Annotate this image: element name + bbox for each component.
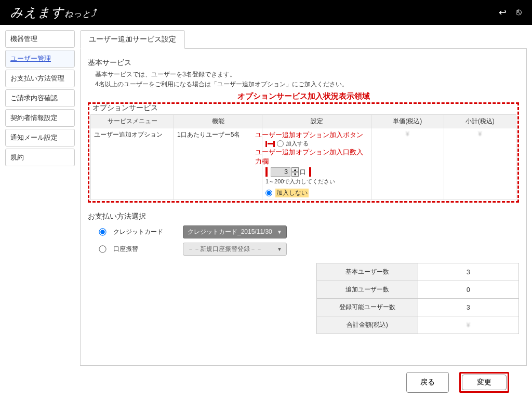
cell-function: 1口あたりユーザー5名 (174, 128, 262, 200)
summary-label-0: 基本ユーザー数 (317, 263, 418, 281)
option-service-area: オプションサービス サービスメニュー 機能 設定 単価(税込) 小計(税込) ユ… (88, 102, 519, 203)
tab-user-add-service[interactable]: ユーザー追加サービス設定 (80, 30, 185, 49)
summary-value-1: 0 (418, 281, 519, 299)
summary-label-3: 合計金額(税込) (317, 316, 418, 334)
summary-label-2: 登録可能ユーザー数 (317, 299, 418, 316)
summary-value-3: ¥ (418, 316, 519, 334)
summary-table: 基本ユーザー数3 追加ユーザー数0 登録可能ユーザー数3 合計金額(税込)¥ (316, 263, 519, 334)
subtotal: ¥ (478, 130, 482, 138)
radio-not-join[interactable] (265, 190, 272, 196)
logout-icon[interactable]: ⎋ (516, 7, 522, 18)
summary-value-0: 3 (418, 263, 519, 281)
payment-title: お支払い方法選択 (88, 212, 519, 221)
label-join: 加入する (286, 140, 309, 148)
annotation-area-label: オプションサービス加入状況表示領域 (88, 91, 519, 101)
qty-input[interactable] (271, 167, 290, 177)
cell-service-name: ユーザー追加オプション (91, 128, 174, 200)
sidebar-item-mail[interactable]: 通知メール設定 (5, 129, 75, 147)
basic-service-title: 基本サービス (88, 58, 519, 68)
label-not-join: 加入しない (275, 189, 309, 197)
summary-label-1: 追加ユーザー数 (317, 281, 418, 299)
basic-service-desc2: 4名以上のユーザーをご利用になる場合は「ユーザー追加オプション」にご加入ください… (88, 79, 519, 89)
reply-icon[interactable]: ↩ (499, 7, 507, 18)
basic-service-desc1: 基本サービスでは、ユーザーを3名登録できます。 (88, 70, 519, 79)
col-subtotal: 小計(税込) (444, 115, 516, 128)
submit-highlight: 変更 (459, 372, 509, 393)
sidebar-item-contract[interactable]: 契約者情報設定 (5, 109, 75, 127)
option-service-title: オプションサービス (92, 103, 158, 113)
qty-hint: 1～200で入力してください (265, 178, 368, 185)
qty-unit: 口 (300, 168, 306, 177)
summary-value-2: 3 (418, 299, 519, 316)
annotation-qty-input: ユーザー追加オプション加入口数入力欄 (255, 148, 368, 166)
sidebar-item-users[interactable]: ユーザー管理 (5, 50, 75, 68)
label-bank: 口座振替 (113, 245, 176, 254)
sidebar-item-payment[interactable]: お支払い方法管理 (5, 70, 75, 87)
col-setting: 設定 (262, 115, 371, 128)
app-logo: みえますねっと⤴ (10, 4, 97, 21)
callout-bracket-icon (265, 141, 275, 147)
submit-button[interactable]: 変更 (462, 375, 507, 390)
col-service-menu: サービスメニュー (91, 115, 174, 128)
radio-bank[interactable] (99, 246, 106, 253)
sidebar-item-terms[interactable]: 規約 (5, 149, 75, 166)
select-bank-account[interactable]: －－新規口座振替登録－－▼ (183, 243, 287, 256)
select-credit-card[interactable]: クレジットカード_2015/11/30▼ (183, 225, 287, 238)
annotation-join-button: ユーザー追加オプション加入ボタン (255, 130, 368, 140)
label-credit: クレジットカード (113, 228, 176, 236)
qty-step-down[interactable]: ▼ (291, 172, 299, 177)
sidebar: 機器管理 ユーザー管理 お支払い方法管理 ご請求内容確認 契約者情報設定 通知メ… (5, 30, 75, 399)
unit-price: ¥ (406, 130, 409, 138)
sidebar-item-devices[interactable]: 機器管理 (5, 30, 75, 48)
sidebar-item-billing[interactable]: ご請求内容確認 (5, 89, 75, 107)
radio-join[interactable] (277, 140, 284, 147)
radio-credit[interactable] (99, 229, 106, 236)
back-button[interactable]: 戻る (406, 372, 449, 393)
col-function: 機能 (174, 115, 262, 128)
col-unit-price: 単価(税込) (371, 115, 444, 128)
qty-step-up[interactable]: ▲ (291, 167, 299, 172)
